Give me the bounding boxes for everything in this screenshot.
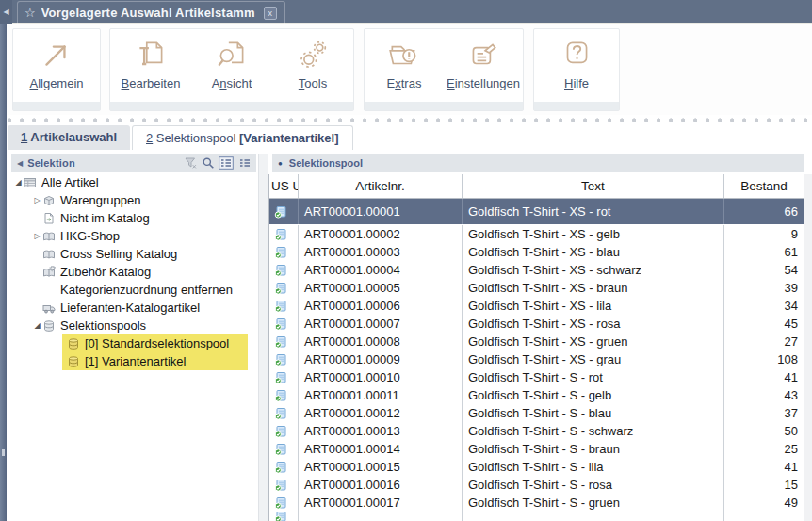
tree-item[interactable]: Lieferanten-Katalogartikel <box>11 299 256 317</box>
table-row[interactable]: ART00001.00009 Goldfisch T-Shirt - XS - … <box>269 350 804 368</box>
table-row[interactable]: ART00001.00014 Goldfisch T-Shirt - S - b… <box>269 440 804 458</box>
tree-item[interactable]: ▷ Warengruppen <box>11 191 256 209</box>
hand-card-icon <box>465 37 501 73</box>
close-tab-button[interactable]: x <box>264 7 277 20</box>
cell-text: Goldfisch T-Shirt - XS - lila <box>463 297 724 315</box>
table-header-row: US Up Artikelnr. Text Bestand <box>269 174 804 199</box>
tree-item-label: Cross Selling Katalog <box>60 247 177 261</box>
tree-item-label: HKG-Shop <box>60 229 120 243</box>
table-row[interactable]: ART00001.00017 Goldfisch T-Shirt - S - g… <box>269 494 804 512</box>
layout-list-active-icon[interactable] <box>219 156 234 170</box>
ribbon-button[interactable]: Einstellungen <box>444 29 523 110</box>
arrow-up-right-icon <box>39 37 74 73</box>
table-row[interactable]: ART00001.00002 Goldfisch T-Shirt - XS - … <box>269 225 804 243</box>
tree-item[interactable]: [0] Standardselektionspool <box>11 334 256 352</box>
cell-artikelnr <box>299 512 463 521</box>
selection-tree: ◢ Alle Artikel ▷ Warengruppen Nicht im K… <box>11 173 256 521</box>
panel-splitter[interactable] <box>258 154 268 521</box>
truck-icon <box>42 301 57 315</box>
view-document-icon <box>214 37 250 73</box>
ribbon-button-label: Ansicht <box>212 76 252 90</box>
book-icon <box>42 248 57 261</box>
cell-bestand: 41 <box>724 368 804 386</box>
table-row[interactable]: ART00001.00007 Goldfisch T-Shirt - XS - … <box>269 315 804 333</box>
table-row[interactable]: ART00001.00004 Goldfisch T-Shirt - XS - … <box>269 261 804 279</box>
table-row[interactable]: ART00001.00016 Goldfisch T-Shirt - S - r… <box>269 476 804 494</box>
tree-item-label: Selektionspools <box>60 318 146 333</box>
ribbon-button[interactable]: Bearbeiten <box>110 29 191 110</box>
cell-artikelnr: ART00001.00005 <box>299 279 463 297</box>
ribbon-button[interactable]: Ansicht <box>191 29 272 110</box>
table-row[interactable]: ART00001.00011 Goldfisch T-Shirt - S - g… <box>269 386 804 404</box>
cell-bestand: 37 <box>724 404 804 422</box>
tree-item[interactable]: ▷ HKG-Shop <box>11 227 256 245</box>
cell-artikelnr: ART00001.00007 <box>299 315 463 333</box>
selection-panel-header: ◀ Selektion <box>11 154 256 172</box>
table-row[interactable]: ART00001.00008 Goldfisch T-Shirt - XS - … <box>269 333 804 350</box>
favorite-star-icon[interactable]: ☆ <box>24 6 36 20</box>
tree-item[interactable]: ◢ Alle Artikel <box>11 173 256 191</box>
table-row[interactable]: ART00001.00015 Goldfisch T-Shirt - S - l… <box>269 458 804 476</box>
dock-grip[interactable] <box>2 449 5 456</box>
tree-expander-icon[interactable]: ◢ <box>32 321 42 330</box>
tree-expander-icon[interactable]: ▷ <box>32 196 42 204</box>
window-tab[interactable]: ☆ Vorgelagerte Auswahl Artikelstamm x <box>17 1 285 24</box>
article-check-icon <box>274 497 287 510</box>
table-row[interactable]: ART00001.00001 Goldfisch T-Shirt - XS - … <box>269 199 804 225</box>
collapse-panel-icon[interactable]: ◀ <box>17 159 23 168</box>
tree-expander-icon[interactable]: ▷ <box>32 232 42 240</box>
table-row[interactable]: ART00001.00006 Goldfisch T-Shirt - XS - … <box>269 297 804 315</box>
filter-icon[interactable] <box>184 156 198 170</box>
article-check-icon <box>274 407 287 420</box>
table-row[interactable]: ART00001.00013 Goldfisch T-Shirt - S - s… <box>269 422 804 440</box>
column-header-text[interactable]: Text <box>463 174 724 198</box>
cell-text: Goldfisch T-Shirt - XS - braun <box>463 279 724 297</box>
layout-list-icon[interactable] <box>237 156 252 170</box>
article-check-icon <box>274 205 287 219</box>
tree-item[interactable]: Nicht im Katalog <box>11 209 256 227</box>
tree-item[interactable]: Zubehör Katalog <box>11 263 256 281</box>
tree-expander-icon[interactable]: ◢ <box>13 178 24 187</box>
tab-artikelauswahl[interactable]: 1 Artikelauswahl <box>8 125 130 150</box>
cell-text: Goldfisch T-Shirt - S - blau <box>463 404 724 422</box>
tree-item[interactable]: [1] Variantenartikel <box>11 352 256 370</box>
tab-selektionspool[interactable]: 2 Selektionspool [Variantenartikel] <box>132 125 353 150</box>
ribbon-group-extras: Extras Einstellungen <box>364 28 524 111</box>
vertical-scrollbar[interactable] <box>804 174 812 521</box>
column-header-artikelnr[interactable]: Artikelnr. <box>299 174 463 198</box>
table-row[interactable] <box>269 512 804 521</box>
ribbon-button[interactable]: Allgemein <box>13 29 100 110</box>
cell-bestand: 15 <box>724 476 804 494</box>
panel-bullet-icon: ● <box>278 159 283 168</box>
table-row[interactable]: ART00001.00010 Goldfisch T-Shirt - S - r… <box>269 368 804 386</box>
cell-artikelnr: ART00001.00010 <box>299 368 463 386</box>
table-row[interactable]: ART00001.00012 Goldfisch T-Shirt - S - b… <box>269 404 804 422</box>
ribbon-button[interactable]: Tools <box>272 29 353 110</box>
no-icon <box>42 284 57 297</box>
tree-item[interactable]: Cross Selling Katalog <box>11 245 256 263</box>
column-header-bestand[interactable]: Bestand <box>724 174 804 198</box>
ribbon-button[interactable]: Hilfe <box>534 29 619 110</box>
cell-bestand: 61 <box>724 243 804 261</box>
table-row[interactable]: ART00001.00003 Goldfisch T-Shirt - XS - … <box>269 243 804 261</box>
column-header-us-update[interactable]: US Up <box>269 174 299 198</box>
tree-item[interactable]: ◢ Selektionspools <box>11 317 256 334</box>
gears-icon <box>295 37 331 73</box>
window-tab-bar: ◀ ☆ Vorgelagerte Auswahl Artikelstamm x <box>0 0 812 24</box>
article-check-icon <box>274 228 287 241</box>
ribbon-button-label: Einstellungen <box>447 76 520 90</box>
cell-bestand: 27 <box>724 333 804 350</box>
table-body: ART00001.00001 Goldfisch T-Shirt - XS - … <box>269 199 804 521</box>
cell-bestand: 34 <box>724 297 804 315</box>
package-icon <box>42 194 57 207</box>
book-gear-icon <box>42 266 57 279</box>
page-icon <box>42 212 57 225</box>
tree-item-label: Kategorienzuordnung entfernen <box>60 283 233 297</box>
tree-item[interactable]: Kategorienzuordnung entfernen <box>11 281 256 299</box>
dock-strip[interactable] <box>0 24 7 521</box>
table-row[interactable]: ART00001.00005 Goldfisch T-Shirt - XS - … <box>269 279 804 297</box>
search-icon[interactable] <box>202 156 215 170</box>
back-arrow-button[interactable]: ◀ <box>0 0 12 24</box>
cell-text: Goldfisch T-Shirt - S - braun <box>463 440 724 458</box>
ribbon-button[interactable]: Extras <box>365 29 444 110</box>
